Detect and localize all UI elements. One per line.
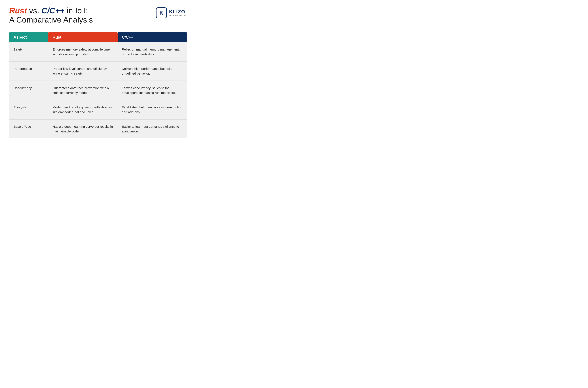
header-cc: C/C++	[118, 32, 187, 42]
cell-cc: Relies on manual memory management, pron…	[118, 42, 187, 61]
cell-aspect: Performance	[9, 62, 48, 80]
title-rust: Rust	[9, 6, 27, 15]
title-vs: vs.	[27, 6, 42, 15]
cell-rust: Enforces memory safety at compile time w…	[48, 42, 118, 61]
table-row: EcosystemModern and rapidly growing, wit…	[9, 100, 187, 119]
table-row: PerformanceProper low-level control and …	[9, 62, 187, 80]
table-header: Aspect Rust C/C++	[9, 32, 187, 42]
cell-aspect: Ecosystem	[9, 100, 48, 119]
table-row: ConcurrencyGuarantees data race preventi…	[9, 81, 187, 100]
header-rust: Rust	[48, 32, 118, 42]
table-row: Ease of UseHas a steeper learning curve …	[9, 120, 187, 138]
comparison-table: Aspect Rust C/C++ SafetyEnforces memory …	[9, 32, 187, 138]
cell-aspect: Ease of Use	[9, 120, 48, 138]
title-cc: C/C++	[42, 6, 64, 15]
logo-area: K KLIZO solutions pvt. ltd.	[156, 7, 187, 18]
cell-cc: Delivers high performance but risks unde…	[118, 62, 187, 80]
klizo-logo-icon: K	[156, 7, 167, 18]
cell-rust: Guarantees data race prevention with a s…	[48, 81, 118, 100]
logo-brand: KLIZO	[169, 9, 187, 15]
cell-aspect: Concurrency	[9, 81, 48, 100]
cell-cc: Leaves concurrency issues to the develop…	[118, 81, 187, 100]
page-title: Rust vs. C/C++ in IoT: A Comparative Ana…	[9, 6, 93, 24]
cell-rust: Modern and rapidly growing, with librari…	[48, 100, 118, 119]
table-row: SafetyEnforces memory safety at compile …	[9, 42, 187, 61]
logo-text: KLIZO solutions pvt. ltd.	[169, 9, 187, 17]
cell-rust: Has a steeper learning curve but results…	[48, 120, 118, 138]
cell-cc: Established but often lacks modern tooli…	[118, 100, 187, 119]
cell-aspect: Safety	[9, 42, 48, 61]
page-header: Rust vs. C/C++ in IoT: A Comparative Ana…	[9, 6, 187, 24]
cell-cc: Easier to learn but demands vigilance to…	[118, 120, 187, 138]
header-aspect: Aspect	[9, 32, 48, 42]
title-iot: in IoT:	[64, 6, 88, 15]
logo-subtitle: solutions pvt. ltd.	[169, 15, 187, 17]
svg-text:K: K	[159, 10, 163, 16]
title-line2: A Comparative Analysis	[9, 15, 93, 24]
cell-rust: Proper low-level control and efficiency …	[48, 62, 118, 80]
